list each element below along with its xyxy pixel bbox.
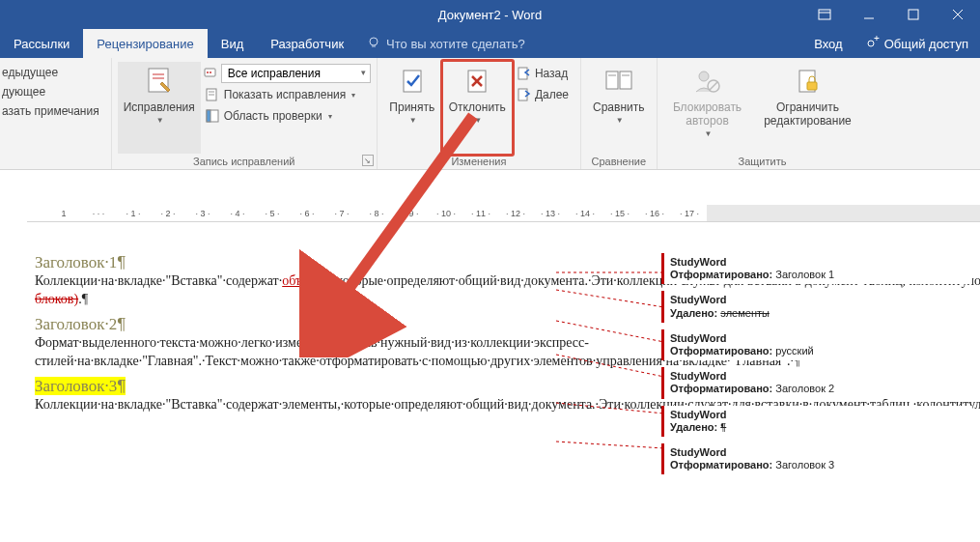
minimize-icon[interactable] bbox=[847, 0, 891, 29]
track-changes-icon bbox=[142, 64, 177, 99]
block-authors-icon bbox=[690, 64, 725, 99]
revision-item[interactable]: StudyWordОтформатировано: Заголовок 2 bbox=[661, 367, 972, 398]
block-authors-button: Блокировать авторов ▼ bbox=[663, 62, 752, 154]
document-page[interactable]: Заголовок·1¶ Коллекции·на·вкладке·"Встав… bbox=[27, 224, 556, 542]
revision-item[interactable]: StudyWordОтформатировано: Заголовок 3 bbox=[661, 443, 972, 474]
group-label-changes: Изменения bbox=[383, 154, 574, 167]
change-forward[interactable]: Далее bbox=[514, 85, 574, 104]
accept-button[interactable]: Принять ▼ bbox=[383, 62, 441, 154]
ruler-area: 1· · ·· 1 ·· 2 ·· 3 ·· 4 ·· 5 ·· 6 ·· 7 … bbox=[0, 170, 980, 222]
ribbon-tabs: Рассылки Рецензирование Вид Разработчик … bbox=[0, 29, 980, 58]
reject-icon bbox=[460, 64, 494, 99]
compare-button[interactable]: Сравнить ▼ bbox=[587, 62, 650, 154]
share-button[interactable]: + Общий доступ bbox=[854, 29, 980, 58]
group-protect: Блокировать авторов ▼ Ограничить редакти… bbox=[658, 58, 868, 169]
previous-comment[interactable]: едыдущее bbox=[0, 64, 105, 81]
revisions-pane: StudyWordОтформатировано: Заголовок 1Stu… bbox=[661, 224, 972, 542]
restrict-editing-button[interactable]: Ограничить редактирование bbox=[754, 62, 862, 154]
track-changes-button[interactable]: Исправления ▼ bbox=[118, 62, 201, 154]
group-comments: едыдущее дующее азать примечания bbox=[0, 58, 112, 169]
sign-in[interactable]: Вход bbox=[802, 29, 854, 58]
show-comments[interactable]: азать примечания bbox=[0, 102, 105, 120]
chevron-down-icon: ▾ bbox=[328, 112, 332, 121]
svg-rect-0 bbox=[819, 10, 830, 19]
window-controls bbox=[802, 0, 980, 29]
ribbon-body: едыдущее дующее азать примечания Исправл… bbox=[0, 58, 980, 170]
group-changes: Принять ▼ Отклонить ▼ Назад bbox=[378, 58, 581, 169]
accept-icon bbox=[395, 64, 430, 99]
tab-review[interactable]: Рецензирование bbox=[83, 29, 207, 58]
chevron-down-icon: ▼ bbox=[474, 116, 482, 125]
title-bar: Документ2 - Word bbox=[0, 0, 980, 29]
tell-me[interactable]: Что вы хотите сделать? bbox=[357, 29, 535, 58]
chevron-down-icon: ▼ bbox=[705, 129, 713, 138]
svg-point-14 bbox=[207, 71, 209, 73]
svg-rect-20 bbox=[207, 110, 210, 122]
markup-icon bbox=[205, 87, 220, 102]
compare-icon bbox=[602, 64, 636, 99]
chevron-down-icon: ▼ bbox=[409, 116, 417, 125]
close-icon[interactable] bbox=[936, 0, 980, 29]
chevron-down-icon: ▾ bbox=[351, 91, 355, 100]
dialog-launcher-icon[interactable]: ↘ bbox=[362, 155, 374, 166]
window-title: Документ2 - Word bbox=[438, 8, 542, 22]
tab-links[interactable]: Рассылки bbox=[0, 29, 83, 58]
revision-item[interactable]: StudyWordОтформатировано: Заголовок 1 bbox=[661, 253, 972, 284]
svg-rect-21 bbox=[404, 71, 421, 92]
next-comment[interactable]: дующее bbox=[0, 83, 105, 100]
doc-back-icon bbox=[516, 66, 531, 81]
tab-view[interactable]: Вид bbox=[208, 29, 258, 58]
show-markup[interactable]: Показать исправления ▾ bbox=[203, 85, 371, 104]
bulb-icon bbox=[367, 36, 380, 52]
group-label-tracking: Запись исправлений bbox=[118, 154, 371, 167]
chevron-down-icon: ▼ bbox=[156, 116, 164, 125]
svg-point-6 bbox=[370, 38, 378, 45]
reviewing-pane[interactable]: Область проверки ▾ bbox=[203, 106, 371, 126]
group-label-compare: Сравнение bbox=[587, 154, 650, 167]
share-icon: + bbox=[866, 36, 880, 52]
tab-developer[interactable]: Разработчик bbox=[257, 29, 357, 58]
revision-item[interactable]: StudyWordУдалено: элементы bbox=[661, 291, 972, 322]
svg-rect-27 bbox=[606, 71, 618, 89]
document-area: Заголовок·1¶ Коллекции·на·вкладке·"Встав… bbox=[0, 224, 972, 542]
svg-rect-35 bbox=[807, 82, 817, 90]
group-tracking: Исправления ▼ Все исправления Показать и… bbox=[112, 58, 378, 169]
revision-item[interactable]: StudyWordОтформатировано: русский bbox=[661, 329, 972, 360]
chevron-down-icon: ▼ bbox=[616, 116, 624, 125]
group-label-protect: Защитить bbox=[663, 154, 862, 167]
display-for-review[interactable]: Все исправления bbox=[221, 64, 371, 83]
pane-icon bbox=[205, 108, 220, 124]
revision-item[interactable]: StudyWordУдалено: ¶ bbox=[661, 406, 972, 437]
balloon-icon bbox=[203, 66, 218, 81]
svg-text:+: + bbox=[874, 36, 880, 43]
group-compare: Сравнить ▼ Сравнение bbox=[581, 58, 657, 169]
svg-rect-28 bbox=[620, 71, 631, 89]
doc-forward-icon bbox=[516, 87, 531, 102]
maximize-icon[interactable] bbox=[891, 0, 936, 29]
ribbon-display-icon[interactable] bbox=[802, 0, 847, 29]
svg-point-31 bbox=[699, 71, 709, 81]
svg-rect-3 bbox=[909, 10, 918, 19]
horizontal-ruler[interactable]: 1· · ·· 1 ·· 2 ·· 3 ·· 4 ·· 5 ·· 6 ·· 7 … bbox=[27, 205, 980, 222]
reject-button[interactable]: Отклонить ▼ bbox=[440, 59, 515, 157]
restrict-icon bbox=[791, 64, 826, 99]
svg-point-15 bbox=[210, 71, 211, 73]
change-back[interactable]: Назад bbox=[514, 64, 574, 83]
svg-line-41 bbox=[556, 442, 664, 448]
svg-line-33 bbox=[710, 82, 717, 90]
